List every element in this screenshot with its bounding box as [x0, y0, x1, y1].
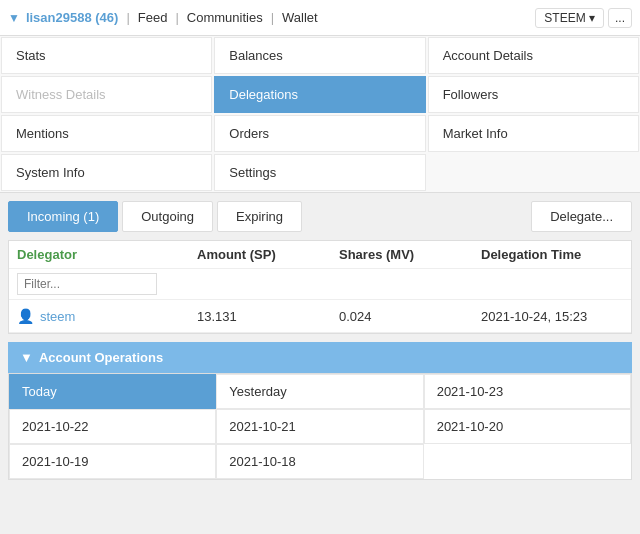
- account-operations-section: ▼ Account Operations Today Yesterday 202…: [8, 342, 632, 480]
- menu-item-settings[interactable]: Settings: [214, 154, 425, 191]
- col-header-shares: Shares (MV): [339, 247, 481, 262]
- tab-expiring[interactable]: Expiring: [217, 201, 302, 232]
- menu-item-witness-details: Witness Details: [1, 76, 212, 113]
- nav-left: ▼ lisan29588 (46) | Feed | Communities |…: [8, 10, 535, 25]
- delegator-cell: 👤 steem: [17, 308, 197, 324]
- content-area: Incoming (1) Outgoing Expiring Delegate.…: [0, 193, 640, 488]
- nav-feed-link[interactable]: Feed: [138, 10, 168, 25]
- ops-item-2021-10-20[interactable]: 2021-10-20: [424, 409, 631, 444]
- tab-delegate[interactable]: Delegate...: [531, 201, 632, 232]
- ops-item-2021-10-22[interactable]: 2021-10-22: [9, 409, 216, 444]
- user-icon: 👤: [17, 308, 34, 324]
- nav-wallet-link[interactable]: Wallet: [282, 10, 318, 25]
- account-ops-arrow-icon: ▼: [20, 350, 33, 365]
- tab-incoming[interactable]: Incoming (1): [8, 201, 118, 232]
- nav-communities-link[interactable]: Communities: [187, 10, 263, 25]
- menu-item-orders[interactable]: Orders: [214, 115, 425, 152]
- nav-username[interactable]: lisan29588 (46): [26, 10, 119, 25]
- delegations-table: Delegator Amount (SP) Shares (MV) Delega…: [8, 240, 632, 334]
- menu-item-stats[interactable]: Stats: [1, 37, 212, 74]
- tab-outgoing[interactable]: Outgoing: [122, 201, 213, 232]
- menu-item-market-info[interactable]: Market Info: [428, 115, 639, 152]
- col-header-delegation-time: Delegation Time: [481, 247, 623, 262]
- menu-item-mentions[interactable]: Mentions: [1, 115, 212, 152]
- nav-sep-2: |: [175, 10, 178, 25]
- top-nav: ▼ lisan29588 (46) | Feed | Communities |…: [0, 0, 640, 36]
- menu-item-followers[interactable]: Followers: [428, 76, 639, 113]
- menu-item-balances[interactable]: Balances: [214, 37, 425, 74]
- ops-item-2021-10-21[interactable]: 2021-10-21: [216, 409, 423, 444]
- ops-item-yesterday[interactable]: Yesterday: [216, 374, 423, 409]
- delegator-filter-input[interactable]: [17, 273, 157, 295]
- shares-cell: 0.024: [339, 309, 481, 324]
- nav-right: STEEM ▾ ...: [535, 8, 632, 28]
- col-header-amount: Amount (SP): [197, 247, 339, 262]
- delegation-time-cell: 2021-10-24, 15:23: [481, 309, 623, 324]
- menu-item-delegations[interactable]: Delegations: [214, 76, 425, 113]
- nav-sep-1: |: [126, 10, 129, 25]
- account-ops-header: ▼ Account Operations: [8, 342, 632, 373]
- table-header-row: Delegator Amount (SP) Shares (MV) Delega…: [9, 241, 631, 269]
- col-header-delegator: Delegator: [17, 247, 197, 262]
- ops-item-2021-10-18[interactable]: 2021-10-18: [216, 444, 423, 479]
- delegator-name[interactable]: steem: [40, 309, 75, 324]
- nav-dropdown-icon[interactable]: ▼: [8, 11, 20, 25]
- tabs-row: Incoming (1) Outgoing Expiring Delegate.…: [8, 201, 632, 232]
- menu-item-system-info[interactable]: System Info: [1, 154, 212, 191]
- nav-sep-3: |: [271, 10, 274, 25]
- filter-row: [9, 269, 631, 300]
- ops-grid: Today Yesterday 2021-10-23 2021-10-22 20…: [8, 373, 632, 480]
- amount-cell: 13.131: [197, 309, 339, 324]
- menu-item-account-details[interactable]: Account Details: [428, 37, 639, 74]
- table-row: 👤 steem 13.131 0.024 2021-10-24, 15:23: [9, 300, 631, 333]
- more-button[interactable]: ...: [608, 8, 632, 28]
- account-ops-title: Account Operations: [39, 350, 163, 365]
- ops-item-today[interactable]: Today: [9, 374, 216, 409]
- steem-button[interactable]: STEEM ▾: [535, 8, 604, 28]
- ops-item-2021-10-23[interactable]: 2021-10-23: [424, 374, 631, 409]
- ops-item-2021-10-19[interactable]: 2021-10-19: [9, 444, 216, 479]
- menu-grid: Stats Balances Account Details Witness D…: [0, 36, 640, 193]
